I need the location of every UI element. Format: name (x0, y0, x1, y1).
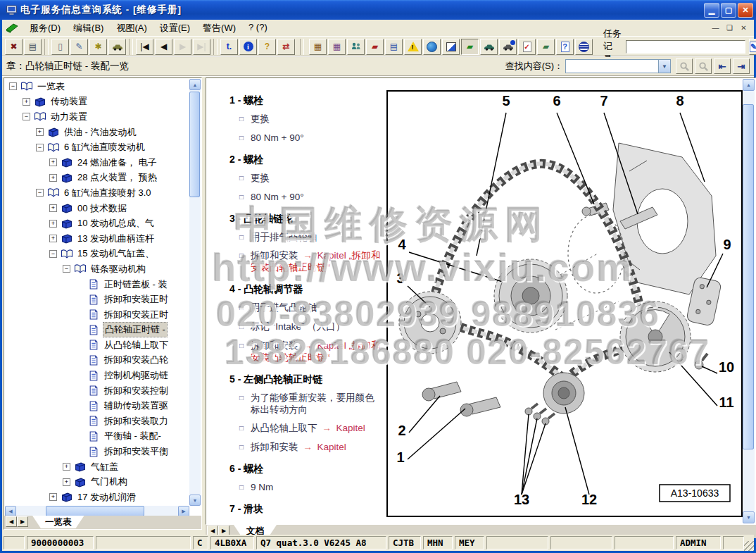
tree-row[interactable]: −动力装置 (5, 109, 189, 125)
tree-item-label[interactable]: 13 发动机曲柄连杆 (76, 232, 156, 246)
tree-item-label[interactable]: 28 点火装置， 预热 (76, 170, 158, 185)
tree-vscroll-thumb[interactable] (189, 92, 200, 197)
tab-overview[interactable]: 一览表 (32, 516, 84, 528)
tree-item-label[interactable]: 拆卸和安装正时 (103, 292, 170, 306)
tree-item-label[interactable]: 供油 - 汽油发动机 (63, 125, 138, 139)
tree-row[interactable]: 拆卸和安装正时 (5, 307, 189, 323)
tree-item-label[interactable]: 6 缸汽油直喷发动机 (63, 140, 146, 154)
tree-item-label[interactable]: 拆卸和安装凸轮 (103, 353, 170, 367)
tree-row[interactable]: −6 缸汽油直接喷射 3.0 (5, 185, 189, 201)
menu-item-6[interactable]: ? (?) (242, 20, 274, 37)
documents-button[interactable]: ▤ (385, 39, 403, 55)
tree-hscroll-thumb[interactable] (46, 506, 144, 516)
intranet-button[interactable] (575, 39, 593, 55)
tree-row[interactable]: −6 缸汽油直喷发动机 (5, 139, 189, 155)
expand-icon[interactable]: + (49, 220, 57, 228)
nav-next-button[interactable]: ▶ (174, 39, 191, 55)
menu-item-5[interactable]: 警告(W) (196, 20, 242, 37)
tree-row[interactable]: 拆卸和安装控制 (5, 383, 189, 399)
expand-icon[interactable]: + (63, 463, 70, 471)
edit-document-button[interactable]: ✎ (70, 39, 88, 55)
tree-vertical-scrollbar[interactable]: ▲ ▼ (189, 79, 201, 506)
tree-row[interactable]: 拆卸和安装正时 (5, 292, 189, 307)
parts-catalog-button[interactable]: ▦ (328, 39, 346, 55)
tree-row[interactable]: 辅助传动装置驱 (5, 398, 189, 414)
tree-item-label[interactable]: 24 燃油准备， 电子 (76, 156, 158, 170)
tree-row[interactable]: 正时链盖板 - 装 (5, 277, 189, 292)
scroll-up-icon[interactable]: ▲ (743, 79, 755, 91)
history-button[interactable]: t. (220, 39, 238, 55)
tree-item-label[interactable]: 拆卸和安装控制 (103, 384, 170, 398)
expand-icon[interactable]: + (63, 478, 70, 486)
vehicle-data-button[interactable] (480, 39, 498, 55)
collapse-icon[interactable]: − (36, 144, 44, 151)
menu-item-1[interactable]: 服务(D) (23, 20, 67, 37)
tree-item-label[interactable]: 平衡轴 - 装配- (103, 429, 163, 443)
expand-icon[interactable]: + (49, 204, 57, 212)
tree-item-label[interactable]: 气门机构 (89, 475, 129, 489)
expand-icon[interactable]: + (49, 235, 57, 242)
jump-back-button[interactable]: ⇤ (714, 58, 731, 74)
customer-service-button[interactable] (347, 39, 365, 55)
exit-button[interactable]: ✖ (5, 39, 23, 55)
tree-row[interactable]: 拆卸和安装取力 (5, 414, 189, 429)
nav-first-button[interactable]: |◀ (136, 39, 153, 55)
tree-row[interactable]: −15 发动机气缸盖、 (5, 247, 189, 262)
tab-scroll-right-icon[interactable]: ▶ (17, 516, 28, 527)
tree-row[interactable]: −链条驱动机构 (5, 261, 189, 277)
expand-icon[interactable]: + (49, 159, 57, 166)
checklist-button[interactable]: ✓ (518, 39, 536, 55)
help-key-button[interactable]: ? (258, 39, 276, 55)
tree-row[interactable]: +17 发动机润滑 (5, 490, 189, 505)
document-vertical-scrollbar[interactable]: ▲ ▼ (743, 79, 755, 523)
tree-item-label[interactable]: 拆卸和安装正时 (103, 308, 170, 322)
tree-row[interactable]: 拆卸和安装凸轮 (5, 353, 189, 368)
nav-prev-button[interactable]: ◀ (155, 39, 172, 55)
doc-help-button[interactable]: ? (556, 39, 574, 55)
service-mode-button[interactable]: ▰ (461, 39, 479, 55)
expand-icon[interactable]: + (49, 174, 57, 182)
new-note-button[interactable]: ✱ (89, 39, 107, 55)
tree-item-label[interactable]: 动力装置 (49, 110, 89, 124)
close-button[interactable]: ✕ (738, 3, 753, 18)
manual-button[interactable]: ▦ (309, 39, 327, 55)
vehicle-info-button[interactable] (499, 39, 517, 55)
tree-row[interactable]: +28 点火装置， 预热 (5, 170, 189, 186)
search-down-button[interactable] (695, 58, 712, 74)
info-button[interactable]: i (239, 39, 257, 55)
tree-row[interactable]: +24 燃油准备， 电子 (5, 155, 189, 170)
menu-item-3[interactable]: 视图(A) (110, 20, 153, 37)
tree-item-label[interactable]: 拆卸和安装平衡 (103, 445, 170, 459)
expand-icon[interactable]: + (23, 98, 30, 106)
region-button[interactable] (442, 39, 460, 55)
find-input[interactable] (566, 60, 658, 73)
menu-item-2[interactable]: 编辑(B) (67, 20, 110, 37)
minimize-button[interactable]: ▁ (704, 3, 719, 18)
tree-item-label[interactable]: 传动装置 (49, 94, 89, 108)
tree-row[interactable]: 拆卸和安装平衡 (5, 444, 189, 459)
warnings-button[interactable]: ! (404, 39, 422, 55)
task-record-input[interactable] (626, 40, 745, 54)
tree-row[interactable]: +00 技术数据 (5, 201, 189, 216)
kapitel-link[interactable]: Kapitel (336, 423, 365, 433)
vehicle-button[interactable] (108, 39, 126, 55)
tree-row[interactable]: 平衡轴 - 装配- (5, 429, 189, 445)
tree-row[interactable]: +气缸盖 (5, 459, 189, 475)
tree-item-label[interactable]: 正时链盖板 - 装 (103, 278, 169, 292)
resize-grip[interactable] (744, 541, 754, 551)
internet-button[interactable] (423, 39, 441, 55)
find-combobox[interactable]: ▼ (565, 59, 671, 73)
tree-item-label[interactable]: 气缸盖 (89, 460, 120, 474)
tree-item-label[interactable]: 辅助传动装置驱 (103, 399, 170, 413)
maximize-button[interactable]: ▢ (721, 3, 736, 18)
tree-row[interactable]: +气门机构 (5, 474, 189, 490)
collapse-icon[interactable]: − (23, 113, 30, 120)
collapse-icon[interactable]: − (36, 189, 44, 197)
print-button[interactable]: ▤ (24, 39, 42, 55)
tree-row[interactable]: +供油 - 汽油发动机 (5, 125, 189, 140)
tree-row[interactable]: −一览表 (5, 79, 189, 94)
search-up-button[interactable] (676, 58, 693, 74)
tree-row[interactable]: +传动装置 (5, 94, 189, 110)
tree-item-label[interactable]: 17 发动机润滑 (76, 490, 137, 504)
task-record-edit-button[interactable]: ✎ (749, 39, 756, 55)
